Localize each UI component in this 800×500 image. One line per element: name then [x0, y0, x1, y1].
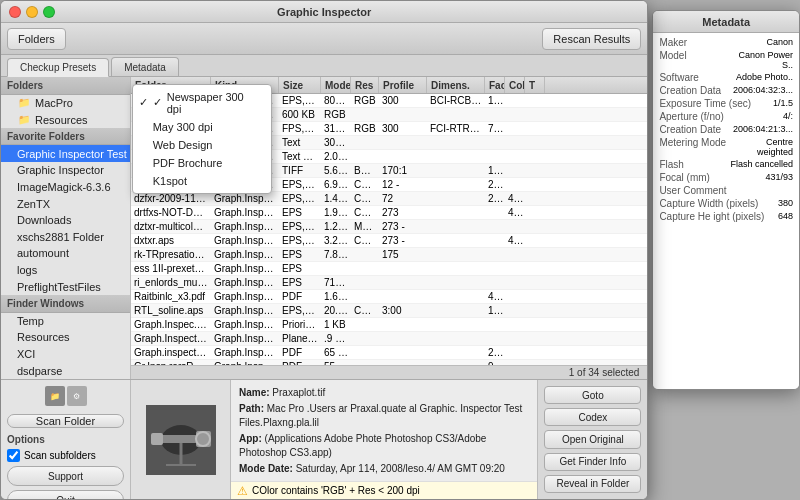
get-finder-info-button[interactable]: Get Finder Info [544, 453, 641, 471]
col-col[interactable]: Col [505, 77, 525, 93]
col-profile[interactable]: Profile [379, 77, 427, 93]
table-row[interactable]: rk-TRpresation-cs2.apsGraph.Inspec.EPS7.… [131, 248, 647, 262]
sidebar-item-resources[interactable]: 📁 Resources [1, 111, 130, 128]
date-label: Mode Date: [239, 463, 293, 474]
col-fac[interactable]: Fac [485, 77, 505, 93]
content-area: Folders 📁 MacPro 📁 Resources Favorite Fo… [1, 77, 647, 379]
table-row[interactable]: dzfxr-2009-11-26.apsGraph.Inspec.EPS,DCS… [131, 192, 647, 206]
table-cell: Text [279, 137, 321, 148]
goto-button[interactable]: Goto [544, 386, 641, 404]
meta-key: Creation Date [659, 124, 729, 135]
sidebar-item-downloads[interactable]: Downloads [1, 212, 130, 229]
sidebar-item-gi-test[interactable]: Graphic Inspector Test Files [1, 145, 130, 162]
scan-subfolders-row[interactable]: Scan subfolders [7, 449, 124, 462]
table-row[interactable]: Graph.Inspector.RaportbstGraph.Inspec.Pl… [131, 332, 647, 346]
table-row[interactable]: RTL_soline.apsGraph.Inspec.EPS,CMYK20.3 … [131, 304, 647, 318]
rescan-button[interactable]: Rescan Results [542, 28, 641, 50]
dropdown-item-3[interactable]: PDF Brochure [133, 154, 271, 172]
dropdown-item-2[interactable]: Web Design [133, 136, 271, 154]
metadata-row: SoftwareAdobe Photo.. [659, 72, 793, 83]
table-row[interactable]: Graph.inspector.pdfGraph.Inspec.PDF65 KB… [131, 346, 647, 360]
table-row[interactable]: dxtxr.apsGraph.Inspec.EPS,DCS3.2 MBCMYK+… [131, 234, 647, 248]
meta-value: 4/: [783, 111, 793, 122]
table-cell: drtfxs-NOT-DCS-CMYK.aps [131, 207, 211, 218]
table-cell: 2.0 MB [321, 151, 351, 162]
count-bar: 1 of 34 selected [131, 365, 647, 379]
maximize-button[interactable] [43, 6, 55, 18]
dropdown-menu[interactable]: ✓ Newspaper 300 dpi May 300 dpi Web Desi… [132, 84, 272, 194]
scan-folder-button[interactable]: Scan Folder [7, 414, 124, 428]
meta-key: Maker [659, 37, 729, 48]
reveal-in-folder-button[interactable]: Reveal in Folder [544, 475, 641, 493]
table-cell: Graph.Inspec. [211, 193, 279, 204]
sidebar-item-xci[interactable]: XCI [1, 346, 130, 363]
main-window: Graphic Inspector Folders ✓ Newspaper 30… [0, 0, 648, 500]
table-row[interactable]: Graph.Inspec.Prunetx.dafGraph.Inspec.Pri… [131, 318, 647, 332]
table-cell: CMYK [351, 305, 379, 316]
sidebar-item-dsdparse[interactable]: dsdparse [1, 362, 130, 379]
table-cell: 1 KB [321, 319, 351, 330]
metadata-row: Capture He ight (pixels)648 [659, 211, 793, 222]
table-cell: 273 [485, 179, 505, 190]
table-row[interactable]: ri_enlords_mu1_bu8R.apsGraph.Inspec.EPS7… [131, 276, 647, 290]
table-cell: 273 - [379, 221, 427, 232]
sidebar-item-xschs[interactable]: xschs2881 Folder [1, 228, 130, 245]
table-cell: RGB [321, 109, 351, 120]
sidebar-item-automount[interactable]: automount [1, 245, 130, 262]
close-button[interactable] [9, 6, 21, 18]
col-size[interactable]: Size [279, 77, 321, 93]
table-cell: 714x767 [485, 123, 505, 134]
app-label: App: [239, 433, 262, 444]
sidebar-item-resources2[interactable]: Resources [1, 329, 130, 346]
meta-value: Canon Power S.. [729, 50, 793, 70]
table-cell: 2530x1200 [485, 347, 505, 358]
quit-button[interactable]: Quit [7, 490, 124, 500]
table-cell: 72 [379, 193, 427, 204]
col-mode[interactable]: Mode [321, 77, 351, 93]
tab-checkup-presets[interactable]: Checkup Presets [7, 58, 109, 77]
table-cell: TIFF [279, 165, 321, 176]
tab-metadata[interactable]: Metadata [111, 57, 179, 76]
metadata-row: User Comment [659, 185, 793, 196]
table-cell: 416x566 [505, 207, 525, 218]
table-cell: BCI-RCB Res. [427, 95, 485, 106]
table-cell: 1263x2864 [485, 95, 505, 106]
col-res[interactable]: Res [351, 77, 379, 93]
sidebar-item-imagemagick[interactable]: ImageMagick-6.3.6 [1, 179, 130, 196]
metadata-row: ModelCanon Power S.. [659, 50, 793, 70]
table-row[interactable]: ess 1II-prexeture-cs1.apsGraph.Inspec.EP… [131, 262, 647, 276]
sidebar-item-zentx[interactable]: ZenTX [1, 195, 130, 212]
table-row[interactable]: Raitbinlc_x3.pdfGraph.Inspec.PDF1.6 MB41… [131, 290, 647, 304]
warning-icon: ⚠ [237, 484, 248, 498]
table-cell: PDF [279, 347, 321, 358]
meta-key: Model [659, 50, 729, 70]
table-row[interactable]: drtfxs-NOT-DCS-CMYK.apsGraph.Inspec.EPS1… [131, 206, 647, 220]
sidebar-item-preflight[interactable]: PreflightTestFiles [1, 278, 130, 295]
table-row[interactable]: dztxr-multicolhorie.apsGraph.Inspec.EPS,… [131, 220, 647, 234]
sidebar-item-macpro[interactable]: 📁 MacPro [1, 95, 130, 112]
sidebar-item-logs[interactable]: logs [1, 262, 130, 279]
table-cell: 1540x1625 [485, 305, 505, 316]
codex-button[interactable]: Codex [544, 408, 641, 426]
scan-subfolders-checkbox[interactable] [7, 449, 20, 462]
folder-icon: 📁 [17, 96, 31, 110]
meta-key: Exposure Time (sec) [659, 98, 751, 109]
sidebar-item-temp[interactable]: Temp [1, 313, 130, 330]
tab-bar: Checkup Presets Metadata [1, 55, 647, 77]
table-cell: Graph.Inspec. [211, 333, 279, 344]
col-dimens[interactable]: Dimens. [427, 77, 485, 93]
col-t[interactable]: T [525, 77, 545, 93]
sidebar-item-gi[interactable]: Graphic Inspector [1, 162, 130, 179]
warning-text: COlor contains 'RGB' + Res < 200 dpi [252, 485, 420, 496]
dropdown-item-4[interactable]: K1spot [133, 172, 271, 190]
minimize-button[interactable] [26, 6, 38, 18]
folders-button[interactable]: Folders [7, 28, 66, 50]
dropdown-item-1[interactable]: May 300 dpi [133, 118, 271, 136]
thumbnail-area [131, 380, 231, 499]
table-cell: FCI-RTR1 Ri. [427, 123, 485, 134]
table-cell: Graph.Inspec. [211, 235, 279, 246]
open-original-button[interactable]: Open Original [544, 430, 641, 448]
meta-value: Centre weighted [729, 137, 793, 157]
support-button[interactable]: Support [7, 466, 124, 486]
dropdown-item-0[interactable]: ✓ Newspaper 300 dpi [133, 88, 271, 118]
